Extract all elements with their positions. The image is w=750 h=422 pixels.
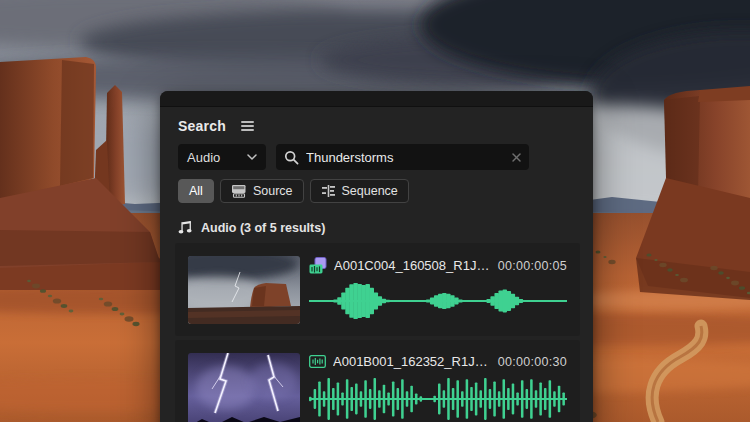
thumbnail-lightning-storm[interactable] — [188, 353, 300, 422]
result-row-1[interactable]: A001C004_160508_R1JC.mov 00:00:00:05 — [175, 243, 580, 336]
result-row-2[interactable]: A001B001_162352_R1JC.mov 00:00:00:30 — [175, 340, 580, 422]
sequence-icon — [321, 184, 336, 198]
scope-button-source-label: Source — [253, 184, 293, 198]
scope-button-all[interactable]: All — [178, 179, 214, 203]
magnifier-icon — [284, 150, 299, 165]
clip-duration: 00:00:00:30 — [498, 355, 567, 369]
media-type-value: Audio — [187, 150, 247, 165]
thumbnail-storm-over-butte[interactable] — [188, 256, 300, 324]
results-list: A001C004_160508_R1JC.mov 00:00:00:05 — [175, 243, 580, 422]
chevron-down-icon — [247, 154, 257, 160]
results-count-header: Audio (3 of 5 results) — [201, 221, 325, 235]
music-note-icon — [178, 220, 193, 235]
scope-button-source[interactable]: Source — [220, 179, 304, 203]
hamburger-menu-icon[interactable] — [239, 119, 256, 133]
panel-header-strip — [160, 91, 593, 107]
screen: Search Audio — [0, 0, 750, 422]
source-clip-icon — [231, 184, 247, 198]
search-field[interactable] — [276, 144, 529, 170]
scope-button-sequence[interactable]: Sequence — [310, 179, 409, 203]
clip-duration: 00:00:00:05 — [498, 259, 567, 273]
clear-x-icon[interactable] — [512, 153, 521, 162]
clip-filename: A001B001_162352_R1JC.mov — [333, 354, 491, 369]
panel-title: Search — [178, 118, 226, 134]
av-clip-icon — [309, 257, 327, 274]
audio-clip-icon — [309, 355, 326, 368]
scope-button-sequence-label: Sequence — [342, 184, 398, 198]
search-input[interactable] — [306, 150, 505, 165]
search-panel: Search Audio — [160, 91, 593, 422]
audio-waveform — [309, 281, 567, 321]
audio-waveform — [309, 376, 567, 422]
media-type-dropdown[interactable]: Audio — [178, 144, 266, 170]
clip-filename: A001C004_160508_R1JC.mov — [334, 258, 491, 273]
